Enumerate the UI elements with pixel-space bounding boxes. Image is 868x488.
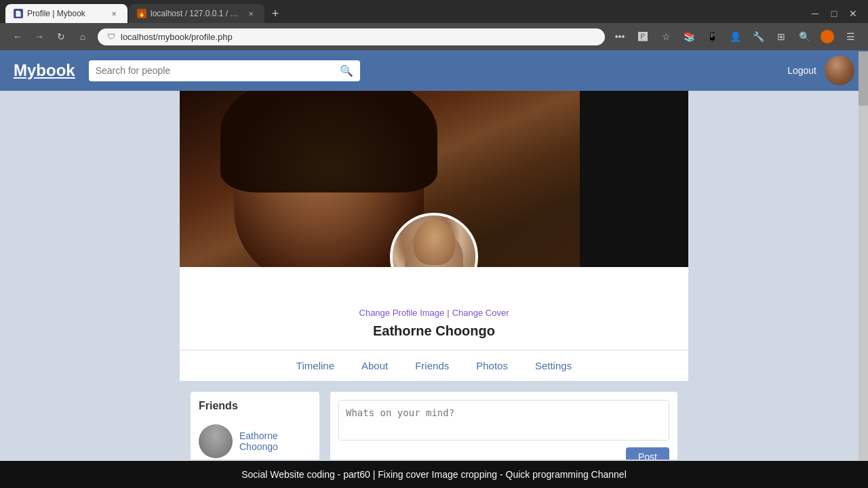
tab-bar: 📄 Profile | Mybook ✕ 🔥 localhost / 127.0…	[0, 0, 868, 23]
search-input[interactable]	[96, 65, 334, 76]
tab-2-title: localhost / 127.0.0.1 / mybook	[151, 9, 241, 18]
bookmark-button[interactable]: ☆	[656, 27, 675, 46]
sync-button[interactable]: 🔧	[749, 27, 768, 46]
tab-friends[interactable]: Friends	[415, 360, 449, 371]
bottom-banner: Social Website coding - part60 | Fixing …	[0, 461, 868, 488]
tab-2[interactable]: 🔥 localhost / 127.0.0.1 / mybook ✕	[129, 4, 264, 23]
header-right: Logout	[787, 56, 854, 85]
server-icon: 🔥	[137, 9, 146, 18]
tab-timeline[interactable]: Timeline	[296, 360, 334, 371]
search-container: 🔍	[89, 60, 360, 81]
profile-name: Eathorne Choongo	[180, 323, 688, 339]
search-icon[interactable]: 🔍	[340, 64, 353, 77]
post-textarea[interactable]	[338, 400, 669, 441]
friend-name-1[interactable]: Eathorne Choongo	[239, 430, 311, 452]
site-header: Mybook 🔍 Logout	[0, 50, 868, 91]
search-bar-button[interactable]: 🔍	[795, 27, 814, 46]
url-bar[interactable]: 🛡 localhost/mybook/profile.php	[98, 28, 605, 45]
responsive-design[interactable]: 📱	[703, 27, 722, 46]
change-cover-link[interactable]: Change Cover	[452, 308, 509, 318]
security-icon: 🛡	[107, 32, 115, 41]
main-content: Friends Eathorne Choongo Mary Phiri	[180, 381, 688, 460]
tab-photos[interactable]: Photos	[476, 360, 508, 371]
friend-avatar-img-1	[199, 424, 233, 458]
profile-info: Change Profile Image | Change Cover Eath…	[180, 267, 688, 381]
friends-panel: Friends Eathorne Choongo Mary Phiri	[191, 392, 319, 460]
back-button[interactable]: ←	[8, 27, 27, 46]
extensions-button[interactable]: ⊞	[772, 27, 791, 46]
browser-chrome: 📄 Profile | Mybook ✕ 🔥 localhost / 127.0…	[0, 0, 868, 50]
url-text: localhost/mybook/profile.php	[121, 32, 595, 42]
tab-2-close[interactable]: ✕	[245, 8, 256, 19]
menu-button[interactable]: ☰	[841, 27, 860, 46]
friend-avatar-1	[199, 424, 233, 458]
tab-1-close[interactable]: ✕	[108, 8, 119, 19]
new-tab-button[interactable]: +	[266, 4, 285, 23]
separator: |	[447, 308, 449, 318]
profile-nav: Timeline About Friends Photos Settings	[180, 350, 688, 381]
post-button[interactable]: Post	[626, 447, 669, 460]
logout-button[interactable]: Logout	[787, 65, 816, 76]
friend-item-1: Eathorne Choongo	[199, 419, 311, 460]
bookmarks-library[interactable]: 📚	[679, 27, 698, 46]
scrollbar-thumb[interactable]	[859, 52, 868, 106]
friends-title: Friends	[199, 400, 311, 412]
change-profile-image-link[interactable]: Change Profile Image	[359, 308, 445, 318]
page-wrapper: Mybook 🔍 Logout	[0, 50, 868, 460]
account-button[interactable]: 👤	[726, 27, 745, 46]
address-bar: ← → ↻ ⌂ 🛡 localhost/mybook/profile.php •…	[0, 23, 868, 50]
cover-photo	[180, 91, 688, 267]
firefox-icon	[821, 30, 834, 43]
nav-buttons: ← → ↻ ⌂	[8, 27, 92, 46]
minimize-button[interactable]: ─	[806, 4, 825, 23]
profile-actions: Change Profile Image | Change Cover	[180, 308, 688, 318]
firefox-logo[interactable]	[818, 27, 837, 46]
profile-picture[interactable]	[390, 213, 478, 267]
sidebar: Friends Eathorne Choongo Mary Phiri	[191, 392, 319, 460]
post-box: Post	[330, 392, 677, 460]
pocket-button[interactable]: 🅿	[633, 27, 652, 46]
feed: Post Eathorne Choongo testing my new pos…	[330, 392, 677, 460]
tab-1[interactable]: 📄 Profile | Mybook ✕	[5, 4, 127, 23]
page-icon: 📄	[14, 9, 23, 18]
site-logo[interactable]: Mybook	[14, 61, 75, 80]
browser-actions: ••• 🅿 ☆ 📚 📱 👤 🔧 ⊞ 🔍 ☰	[610, 27, 860, 46]
maximize-button[interactable]: □	[825, 4, 844, 23]
more-button[interactable]: •••	[610, 27, 629, 46]
bottom-banner-text: Social Website coding - part60 | Fixing …	[241, 469, 627, 480]
post-footer: Post	[338, 447, 669, 460]
profile-container: Change Profile Image | Change Cover Eath…	[180, 91, 688, 381]
user-avatar[interactable]	[825, 56, 854, 85]
tab-about[interactable]: About	[361, 360, 388, 371]
tab-settings[interactable]: Settings	[535, 360, 572, 371]
refresh-button[interactable]: ↻	[52, 27, 71, 46]
home-button[interactable]: ⌂	[73, 27, 92, 46]
tab-1-title: Profile | Mybook	[27, 9, 104, 18]
cover-photo-main	[180, 91, 580, 267]
scrollbar[interactable]	[859, 52, 868, 461]
cover-photo-dark	[580, 91, 688, 267]
close-button[interactable]: ✕	[844, 4, 863, 23]
forward-button[interactable]: →	[30, 27, 49, 46]
